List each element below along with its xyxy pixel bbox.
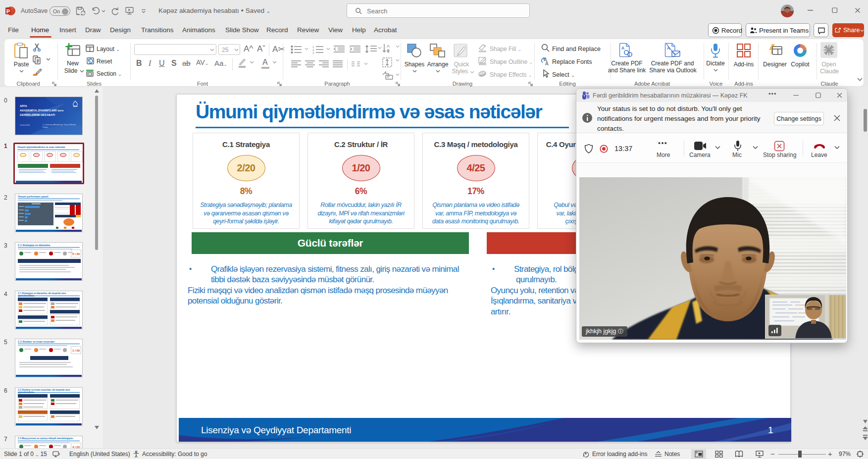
svg-text:A: A — [545, 61, 549, 66]
svg-text:AFFA: AFFA — [73, 105, 78, 107]
svg-text:1: 1 — [768, 425, 773, 435]
svg-text:3: 3 — [312, 51, 314, 54]
svg-text:A: A — [387, 44, 390, 49]
svg-text:A: A — [621, 46, 624, 51]
svg-text:P: P — [6, 8, 10, 14]
svg-text:Lisenziya və Qeydiyyat Departa: Lisenziya və Qeydiyyat Departamenti — [201, 425, 351, 435]
svg-text:A: A — [667, 46, 670, 51]
